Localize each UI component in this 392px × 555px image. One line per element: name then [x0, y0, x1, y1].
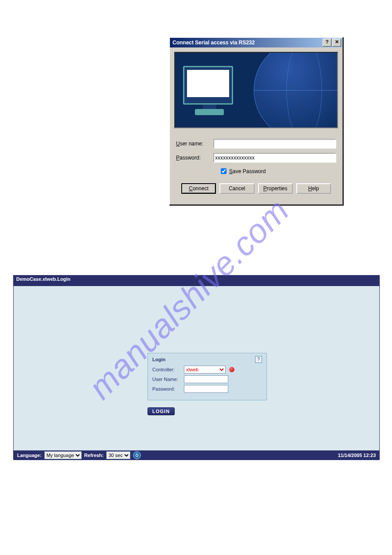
footer-timestamp: 11/14/2005 12:23 — [338, 453, 376, 458]
password-input[interactable] — [213, 153, 336, 163]
username-input[interactable] — [213, 139, 336, 149]
username-row: User name: — [176, 139, 336, 149]
properties-button[interactable]: Properties — [258, 183, 293, 194]
login-button[interactable]: LOGIN — [147, 407, 175, 415]
save-password-label: Save Password — [229, 168, 266, 174]
dialog-title: Connect Serial access via RS232 — [173, 40, 322, 46]
dialog-banner — [174, 52, 338, 128]
language-label: Language: — [17, 453, 42, 458]
login-help-icon[interactable]: ? — [255, 356, 262, 363]
connect-button[interactable]: Connect — [181, 183, 216, 194]
web-password-input[interactable] — [184, 385, 228, 393]
dialog-button-row: Connect Cancel Properties Help — [176, 183, 336, 200]
web-username-row: User Name: — [152, 375, 262, 383]
save-password-checkbox[interactable] — [221, 168, 227, 174]
web-password-label: Password: — [152, 386, 184, 392]
web-footer: Language: My language Refresh: 30 sec 11… — [14, 450, 379, 460]
login-panel: Login ? Controller: xlweb User Name: Pas… — [147, 353, 267, 400]
refresh-select[interactable]: 30 sec — [106, 451, 130, 459]
controller-select[interactable]: xlweb — [184, 366, 226, 374]
help-button[interactable]: Help — [296, 183, 331, 194]
web-titlebar: DemoCase.xlweb.Login — [14, 276, 379, 286]
monitor-icon — [183, 66, 236, 112]
controller-status-dot-icon — [229, 367, 234, 372]
globe-icon — [254, 52, 338, 128]
dialog-help-button[interactable]: ? — [323, 39, 331, 47]
password-label: Password: — [176, 155, 213, 161]
controller-row: Controller: xlweb — [152, 366, 262, 374]
dialog-close-button[interactable]: ✕ — [332, 39, 341, 47]
save-password-row: Save Password — [219, 167, 336, 175]
login-heading: Login — [152, 357, 165, 362]
web-canvas: Login ? Controller: xlweb User Name: Pas… — [14, 286, 379, 450]
password-row: Password: — [176, 153, 336, 163]
dialog-titlebar: Connect Serial access via RS232 ? ✕ — [170, 38, 342, 47]
dialog-body: User name: Password: Save Password Conne… — [170, 133, 342, 204]
connect-dialog: Connect Serial access via RS232 ? ✕ User… — [169, 37, 343, 205]
web-login-frame: DemoCase.xlweb.Login Login ? Controller:… — [13, 275, 380, 460]
web-username-input[interactable] — [184, 375, 228, 383]
username-label: User name: — [176, 141, 213, 147]
refresh-icon[interactable] — [133, 451, 141, 459]
web-password-row: Password: — [152, 385, 262, 393]
language-select[interactable]: My language — [44, 451, 82, 459]
refresh-label: Refresh: — [84, 453, 104, 458]
web-username-label: User Name: — [152, 377, 184, 382]
cancel-button[interactable]: Cancel — [219, 183, 254, 194]
controller-label: Controller: — [152, 367, 184, 372]
login-panel-header: Login ? — [152, 356, 262, 363]
